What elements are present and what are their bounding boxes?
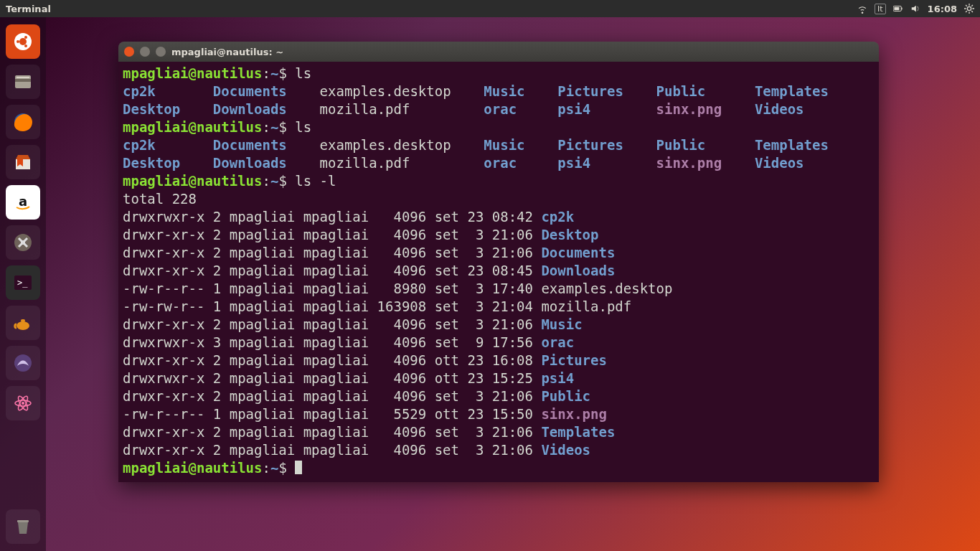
svg-rect-20 (21, 319, 25, 322)
unity-launcher: a >_ (0, 17, 46, 551)
launcher-firefox[interactable] (6, 105, 40, 139)
svg-rect-26 (17, 520, 29, 522)
launcher-terminal[interactable]: >_ (6, 265, 40, 300)
close-icon[interactable] (124, 47, 134, 57)
svg-point-8 (24, 44, 27, 47)
svg-rect-2 (894, 7, 899, 10)
launcher-files[interactable] (6, 65, 40, 99)
svg-point-22 (22, 402, 24, 405)
svg-rect-11 (17, 77, 29, 78)
top-menubar: Terminal It 16:08 (0, 0, 980, 17)
network-icon[interactable] (857, 4, 867, 14)
launcher-dash[interactable] (6, 24, 40, 59)
launcher-editor[interactable] (6, 346, 40, 380)
launcher-software[interactable] (6, 145, 40, 179)
window-title: mpagliai@nautilus: ~ (171, 47, 283, 57)
svg-point-5 (19, 38, 27, 45)
svg-point-16 (21, 240, 25, 245)
svg-text:>_: >_ (17, 278, 28, 288)
maximize-icon[interactable] (156, 47, 166, 57)
svg-point-19 (17, 321, 29, 330)
svg-rect-10 (15, 79, 31, 82)
sound-icon[interactable] (910, 4, 920, 14)
active-app-title: Terminal (6, 4, 51, 14)
gear-icon[interactable] (964, 4, 974, 14)
svg-text:a: a (19, 194, 27, 209)
launcher-teapot[interactable] (6, 306, 40, 340)
battery-icon[interactable] (893, 4, 903, 14)
keyboard-indicator[interactable]: It (875, 4, 886, 14)
minimize-icon[interactable] (140, 47, 150, 57)
svg-point-7 (24, 36, 27, 39)
launcher-amazon[interactable]: a (6, 185, 40, 220)
launcher-trash[interactable] (6, 509, 40, 544)
launcher-atom[interactable] (6, 386, 40, 420)
terminal-body[interactable]: mpagliai@nautilus:~$ ls cp2k Documents e… (118, 62, 879, 482)
svg-rect-1 (901, 8, 902, 10)
svg-point-3 (967, 6, 971, 10)
window-titlebar[interactable]: mpagliai@nautilus: ~ (118, 42, 879, 62)
svg-point-6 (17, 40, 19, 43)
clock[interactable]: 16:08 (928, 4, 957, 14)
terminal-window: mpagliai@nautilus: ~ mpagliai@nautilus:~… (118, 42, 879, 482)
launcher-settings[interactable] (6, 225, 40, 260)
